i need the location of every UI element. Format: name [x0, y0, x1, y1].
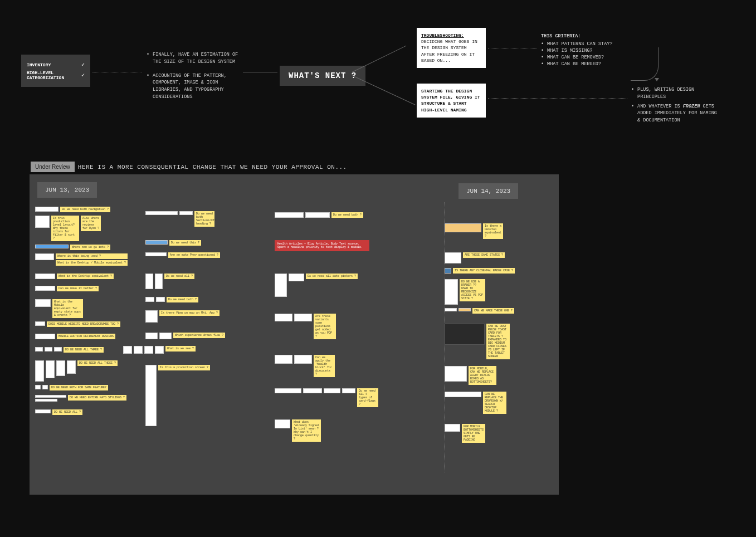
criteria-item: WHAT IS MISSING?: [547, 48, 593, 53]
sticky-note[interactable]: DO WE NEED BOTH FOR SAME FEATURE?: [50, 385, 108, 390]
sticky-note[interactable]: Is there View on map on Mkt, App ?: [159, 310, 220, 316]
flow-diagram: INVENTORY ✓ HIGH-LEVEL CATEGORIZATION ✓ …: [21, 28, 735, 156]
trouble-title: TROUBLESHOOTING:: [421, 33, 464, 38]
bullet-text: PLUS, WRITING DESIGN PRINCIPLES: [637, 86, 720, 101]
sticky-note[interactable]: Is there a Desktop equivalent ?: [483, 223, 503, 239]
sticky-note[interactable]: DO WE NEED ALL THESE ?: [77, 360, 118, 366]
troubleshooting-box: TROUBLESHOOTING: DECIDING WHAT GOES IN T…: [417, 28, 486, 68]
sticky-note[interactable]: Is this a production screen ?: [158, 365, 210, 370]
sticky-note[interactable]: Do we need this ?: [169, 240, 201, 246]
check-icon: ✓: [81, 61, 85, 68]
cluster-col3: Do we need both ? Health Articles — Blog…: [275, 212, 378, 445]
check-icon: ✓: [81, 72, 85, 79]
bullet-text: ACCOUNTING OF THE PATTERN, COMPONENT, IM…: [153, 72, 241, 101]
sticky-note[interactable]: Also where are the reviews for Ryan ?: [81, 216, 101, 231]
sticky-note[interactable]: What is the Desktop equivalent ?: [57, 274, 114, 279]
cluster-col1: Do we need both navigation ? Is this pro…: [35, 207, 128, 418]
sticky-note[interactable]: What is we see ?: [165, 346, 196, 352]
connector: [352, 75, 416, 105]
review-text: HERE IS A MORE CONSEQUENTIAL CHANGE THAT…: [78, 164, 347, 170]
sticky-note[interactable]: What is the Desktop / Mobile equivalent …: [56, 260, 128, 266]
sticky-note[interactable]: Is this production level layout? Why the…: [51, 216, 79, 241]
bullets-estimation: •FINALLY, HAVE AN ESTIMATION OF THE SIZE…: [147, 51, 241, 108]
sticky-note[interactable]: Are these variants some positions get ad…: [314, 314, 336, 339]
checklist-row: INVENTORY ✓: [27, 61, 85, 68]
sticky-note[interactable]: DO WE NEED ALL ?: [52, 409, 82, 415]
sticky-note[interactable]: CAN WE MAKE THESE ONE ?: [472, 308, 514, 314]
arrow-curve: [631, 47, 659, 81]
sticky-note[interactable]: Do we need both Sections/CTA heading ?: [194, 211, 214, 227]
cluster-col4: Is there a Desktop equivalent ? ARE THES…: [445, 223, 515, 446]
date-tag-1: JUN 13, 2023: [37, 182, 97, 198]
sticky-note[interactable]: DOES MOBILE WEBSITE NEED BREADCRUMBS TOO…: [47, 321, 120, 327]
criteria-item: WHAT CAN BE REMOVED?: [547, 55, 604, 60]
sticky-note[interactable]: Can we apply the 'health block' for disc…: [314, 355, 335, 377]
sticky-note[interactable]: CAN WE REPLACE THE DROPDOWN W/ SEARCH DE…: [483, 392, 506, 414]
sticky-note[interactable]: ARE THESE SAME STATES ?: [463, 252, 505, 258]
sticky-note[interactable]: MOBILE AUCTION REFINEMENT DESIGNS: [57, 334, 115, 339]
sticky-note[interactable]: DO WE NEED ENTIRE KAYO STYLINGS ?: [68, 395, 126, 401]
sticky-note[interactable]: Do we need all ?: [164, 274, 194, 279]
bullet-text: FINALLY, HAVE AN ESTIMATION OF THE SIZE …: [153, 51, 241, 66]
sticky-note[interactable]: Where can we go into ?: [70, 245, 110, 250]
sticky-note[interactable]: CAN WE JUST REUSE TOAST CARD FOR TABLETS…: [486, 324, 510, 359]
sticky-note[interactable]: DO WE NEED ALL THREE ?: [64, 347, 104, 353]
criteria-item: WHAT CAN BE MERGED?: [547, 61, 601, 67]
starting-box: STARTING THE DESIGN SYSTEM FILE, GIVING …: [417, 84, 486, 118]
sticky-note[interactable]: Do we need both ?: [331, 212, 363, 218]
sticky-note[interactable]: Do we need both navigation ?: [60, 207, 110, 212]
sticky-note[interactable]: Do we need both ?: [167, 297, 198, 302]
sticky-note[interactable]: What is the Mobile equivalent for empty …: [52, 299, 83, 318]
checklist-row: HIGH-LEVEL CATEGORIZATION ✓: [27, 70, 85, 80]
sticky-note[interactable]: Which experience draws flow ?: [173, 333, 225, 338]
bullets-principles: •PLUS, WRITING DESIGN PRINCIPLES •AND WH…: [631, 86, 720, 126]
connector: [243, 72, 277, 72]
connector: [352, 46, 407, 72]
cluster-col2: Do we need both Sections/CTA heading ? D…: [145, 211, 225, 429]
trouble-body: DECIDING WHAT GOES IN THE DESIGN SYSTEM …: [421, 39, 477, 63]
arrow-head-icon: [655, 78, 659, 81]
sticky-note[interactable]: Are we make Prev questioned ?: [168, 252, 220, 258]
sticky-note[interactable]: FOR MOBILE, CAN WE REPLACE ALERT DIALOG …: [469, 366, 496, 385]
sticky-note[interactable]: Where is this being used ?: [56, 253, 128, 259]
review-banner: Under Review HERE IS A MORE CONSEQUENTIA…: [31, 162, 347, 172]
criteria-list: THIS CRITERIA: •WHAT PATTERNS CAN STAY? …: [541, 33, 636, 68]
sticky-note[interactable]: Do we need all date pickers ?: [306, 274, 358, 279]
sticky-note-red[interactable]: Health Articles — Blog Article, Body Tex…: [275, 240, 369, 251]
criteria-title: THIS CRITERIA:: [541, 33, 636, 39]
date-tag-2: JUN 14, 2023: [459, 183, 518, 199]
under-review-badge: Under Review: [31, 162, 75, 172]
sticky-note[interactable]: IS THERE ANY CLOSE/FAL BADGE CASE ?: [453, 268, 515, 274]
connector: [92, 72, 142, 72]
criteria-item: WHAT PATTERNS CAN STAY?: [547, 41, 612, 47]
sticky-note[interactable]: DO WE USE A DRAWER ?? USER TO RECOGNIZE …: [460, 279, 485, 301]
review-board[interactable]: JUN 13, 2023 JUN 14, 2023 Do we need bot…: [30, 174, 559, 495]
checklist-label: INVENTORY: [27, 62, 51, 67]
sticky-note[interactable]: FOR MOBILE BOTTOMSHEETS SIMPLY ONE GETS …: [462, 424, 485, 443]
sticky-note[interactable]: Do we need all 4 types of card-flags ?: [357, 388, 378, 407]
checklist-box: INVENTORY ✓ HIGH-LEVEL CATEGORIZATION ✓: [21, 55, 90, 87]
checklist-label: HIGH-LEVEL CATEGORIZATION: [27, 70, 74, 80]
bullet-text: AND WHATEVER IS FROZEN GETS ADDED IMMEDI…: [637, 103, 720, 124]
sticky-note[interactable]: Can we make it better ?: [57, 286, 99, 291]
sticky-note[interactable]: What does 'Already Signed In List' mean …: [292, 419, 321, 442]
connector: [488, 98, 627, 99]
connector: [488, 48, 537, 48]
